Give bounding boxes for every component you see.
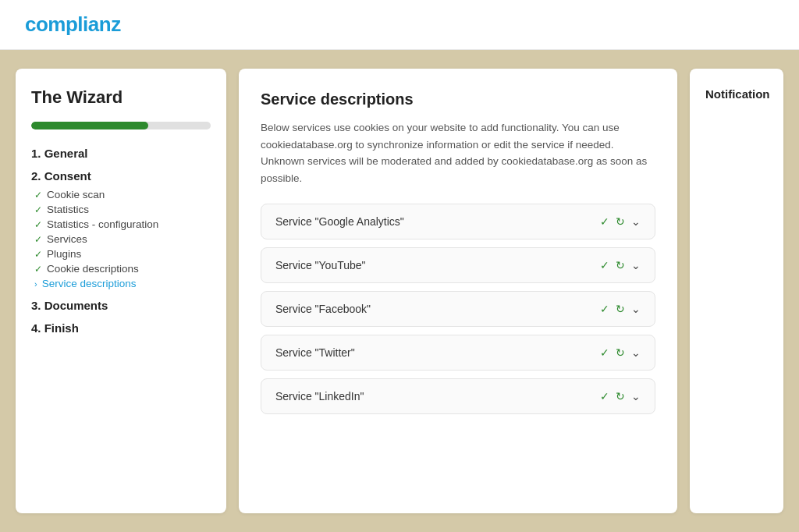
sub-item-services[interactable]: ✓ Services <box>34 232 211 246</box>
action-chevron-icon-ga[interactable]: ⌄ <box>631 215 641 228</box>
progress-bar-container <box>31 122 211 129</box>
sub-item-statistics-config[interactable]: ✓ Statistics - configuration <box>34 217 211 232</box>
notification-panel: Notification <box>690 69 783 513</box>
wizard-step-documents[interactable]: 3. Documents <box>31 297 211 314</box>
action-chevron-icon-yt[interactable]: ⌄ <box>631 259 641 271</box>
sub-item-label-services: Services <box>47 233 87 245</box>
service-description-text: Below services use cookies on your websi… <box>261 119 655 186</box>
action-refresh-icon-tw[interactable]: ↻ <box>616 346 625 359</box>
progress-bar-fill <box>31 122 148 129</box>
action-chevron-icon-tw[interactable]: ⌄ <box>631 346 641 359</box>
service-item-name-google-analytics: Service "Google Analytics" <box>275 215 404 228</box>
sub-item-cookie-descriptions[interactable]: ✓ Cookie descriptions <box>34 261 211 276</box>
check-icon-cookie-scan: ✓ <box>34 190 42 200</box>
wizard-step-finish[interactable]: 4. Finish <box>31 320 211 336</box>
wizard-sub-items: ✓ Cookie scan ✓ Statistics ✓ Statistics … <box>34 187 211 291</box>
action-check-icon-yt: ✓ <box>600 259 609 271</box>
service-item-name-twitter: Service "Twitter" <box>275 346 355 359</box>
sub-item-plugins[interactable]: ✓ Plugins <box>34 246 211 261</box>
check-icon-statistics: ✓ <box>34 204 42 215</box>
wizard-step-consent[interactable]: 2. Consent <box>31 168 211 184</box>
action-check-icon-ga: ✓ <box>600 215 609 228</box>
service-panel-title: Service descriptions <box>261 90 655 108</box>
service-item-name-youtube: Service "YouTube" <box>275 259 366 271</box>
action-refresh-icon-li[interactable]: ↻ <box>616 390 625 403</box>
main-content: The Wizard 1. General 2. Consent ✓ Cooki… <box>0 50 799 532</box>
sub-item-label-cookie-descriptions: Cookie descriptions <box>47 263 139 275</box>
service-item-linkedin[interactable]: Service "LinkedIn" ✓ ↻ ⌄ <box>261 378 655 414</box>
check-icon-statistics-config: ✓ <box>34 219 42 230</box>
logo: complianz <box>25 12 121 37</box>
service-item-facebook[interactable]: Service "Facebook" ✓ ↻ ⌄ <box>261 291 655 327</box>
sub-item-label-service-descriptions: Service descriptions <box>42 278 137 289</box>
check-icon-plugins: ✓ <box>34 249 42 260</box>
service-item-youtube[interactable]: Service "YouTube" ✓ ↻ ⌄ <box>261 247 655 283</box>
service-item-actions-twitter: ✓ ↻ ⌄ <box>600 346 641 359</box>
action-check-icon-tw: ✓ <box>600 346 609 359</box>
action-chevron-icon-fb[interactable]: ⌄ <box>631 303 641 315</box>
service-item-actions-youtube: ✓ ↻ ⌄ <box>600 259 641 271</box>
wizard-step-general[interactable]: 1. General <box>31 145 211 161</box>
action-refresh-icon-ga[interactable]: ↻ <box>616 215 625 228</box>
service-item-actions-facebook: ✓ ↻ ⌄ <box>600 303 641 315</box>
sub-item-label-statistics: Statistics <box>47 204 89 215</box>
header: complianz <box>0 0 799 50</box>
service-item-google-analytics[interactable]: Service "Google Analytics" ✓ ↻ ⌄ <box>261 204 655 239</box>
service-list: Service "Google Analytics" ✓ ↻ ⌄ Service… <box>261 204 655 414</box>
sub-item-statistics[interactable]: ✓ Statistics <box>34 202 211 217</box>
wizard-title: The Wizard <box>31 87 211 108</box>
action-refresh-icon-yt[interactable]: ↻ <box>616 259 625 271</box>
service-item-twitter[interactable]: Service "Twitter" ✓ ↻ ⌄ <box>261 335 655 371</box>
sub-item-label-cookie-scan: Cookie scan <box>47 189 105 200</box>
service-panel: Service descriptions Below services use … <box>239 69 677 513</box>
action-chevron-icon-li[interactable]: ⌄ <box>631 390 641 403</box>
service-item-actions-google-analytics: ✓ ↻ ⌄ <box>600 215 641 228</box>
sub-item-label-statistics-config: Statistics - configuration <box>47 218 158 230</box>
check-icon-services: ✓ <box>34 234 42 245</box>
sub-item-service-descriptions[interactable]: › Service descriptions <box>34 276 211 291</box>
action-refresh-icon-fb[interactable]: ↻ <box>616 303 625 315</box>
service-item-actions-linkedin: ✓ ↻ ⌄ <box>600 390 641 403</box>
sub-item-cookie-scan[interactable]: ✓ Cookie scan <box>34 187 211 202</box>
wizard-panel: The Wizard 1. General 2. Consent ✓ Cooki… <box>16 69 226 513</box>
service-item-name-linkedin: Service "LinkedIn" <box>275 390 364 403</box>
action-check-icon-fb: ✓ <box>600 303 609 315</box>
sub-item-label-plugins: Plugins <box>47 248 81 260</box>
check-icon-cookie-descriptions: ✓ <box>34 264 42 275</box>
service-item-name-facebook: Service "Facebook" <box>275 303 371 315</box>
notification-title: Notification <box>705 87 768 101</box>
chevron-right-icon-service-desc: › <box>34 279 37 289</box>
action-check-icon-li: ✓ <box>600 390 609 403</box>
